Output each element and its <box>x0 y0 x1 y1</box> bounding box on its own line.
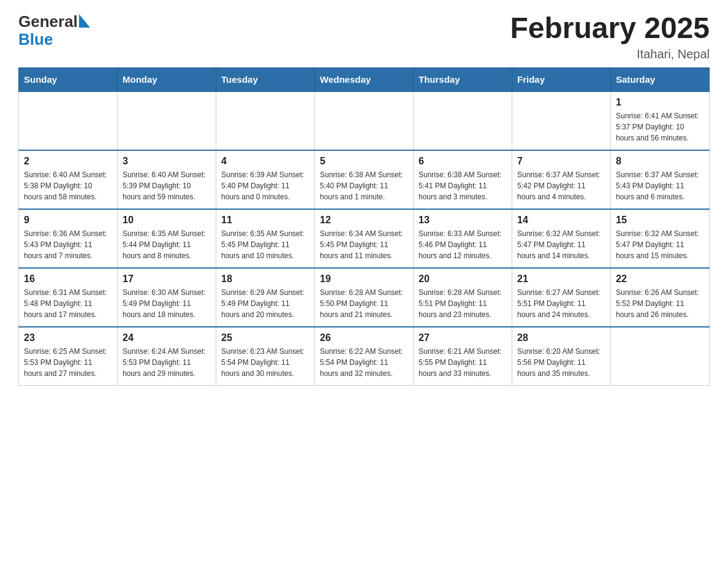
day-info: Sunrise: 6:35 AM Sunset: 5:44 PM Dayligh… <box>123 228 211 261</box>
day-info: Sunrise: 6:29 AM Sunset: 5:49 PM Dayligh… <box>221 287 309 320</box>
day-number: 8 <box>616 156 704 167</box>
calendar-cell: 26Sunrise: 6:22 AM Sunset: 5:54 PM Dayli… <box>315 327 414 386</box>
day-info: Sunrise: 6:33 AM Sunset: 5:46 PM Dayligh… <box>419 228 507 261</box>
calendar-cell: 7Sunrise: 6:37 AM Sunset: 5:42 PM Daylig… <box>512 150 611 209</box>
day-info: Sunrise: 6:38 AM Sunset: 5:40 PM Dayligh… <box>320 169 408 202</box>
calendar-cell: 11Sunrise: 6:35 AM Sunset: 5:45 PM Dayli… <box>216 209 315 268</box>
day-of-week-header: Wednesday <box>315 67 414 91</box>
day-number: 24 <box>123 332 211 343</box>
calendar-week-row: 9Sunrise: 6:36 AM Sunset: 5:43 PM Daylig… <box>19 209 710 268</box>
logo-text-general: General <box>18 12 78 31</box>
calendar-cell: 12Sunrise: 6:34 AM Sunset: 5:45 PM Dayli… <box>315 209 414 268</box>
calendar-cell: 5Sunrise: 6:38 AM Sunset: 5:40 PM Daylig… <box>315 150 414 209</box>
calendar-cell <box>611 327 710 386</box>
day-of-week-header: Friday <box>512 67 611 91</box>
day-number: 28 <box>517 332 605 343</box>
day-number: 13 <box>419 215 507 226</box>
day-of-week-header: Thursday <box>414 67 512 91</box>
calendar-week-row: 1Sunrise: 6:41 AM Sunset: 5:37 PM Daylig… <box>19 91 710 150</box>
day-info: Sunrise: 6:37 AM Sunset: 5:43 PM Dayligh… <box>616 169 704 202</box>
calendar-cell <box>414 91 512 150</box>
calendar-cell: 18Sunrise: 6:29 AM Sunset: 5:49 PM Dayli… <box>216 268 315 327</box>
day-info: Sunrise: 6:38 AM Sunset: 5:41 PM Dayligh… <box>419 169 507 202</box>
calendar-cell: 23Sunrise: 6:25 AM Sunset: 5:53 PM Dayli… <box>19 327 118 386</box>
day-number: 20 <box>419 274 507 285</box>
calendar-cell: 15Sunrise: 6:32 AM Sunset: 5:47 PM Dayli… <box>611 209 710 268</box>
calendar-cell: 25Sunrise: 6:23 AM Sunset: 5:54 PM Dayli… <box>216 327 315 386</box>
calendar-week-row: 2Sunrise: 6:40 AM Sunset: 5:38 PM Daylig… <box>19 150 710 209</box>
calendar-cell: 1Sunrise: 6:41 AM Sunset: 5:37 PM Daylig… <box>611 91 710 150</box>
calendar-cell <box>216 91 315 150</box>
calendar-cell: 28Sunrise: 6:20 AM Sunset: 5:56 PM Dayli… <box>512 327 611 386</box>
calendar-cell: 14Sunrise: 6:32 AM Sunset: 5:47 PM Dayli… <box>512 209 611 268</box>
calendar-subtitle: Itahari, Nepal <box>510 47 710 61</box>
day-info: Sunrise: 6:30 AM Sunset: 5:49 PM Dayligh… <box>123 287 211 320</box>
calendar-cell <box>315 91 414 150</box>
day-info: Sunrise: 6:36 AM Sunset: 5:43 PM Dayligh… <box>24 228 112 261</box>
calendar-header-row: SundayMondayTuesdayWednesdayThursdayFrid… <box>19 67 710 91</box>
logo: General Blue <box>18 12 90 49</box>
calendar-cell: 17Sunrise: 6:30 AM Sunset: 5:49 PM Dayli… <box>118 268 216 327</box>
day-number: 7 <box>517 156 605 167</box>
day-number: 18 <box>221 274 309 285</box>
day-info: Sunrise: 6:41 AM Sunset: 5:37 PM Dayligh… <box>616 110 704 144</box>
calendar-cell: 13Sunrise: 6:33 AM Sunset: 5:46 PM Dayli… <box>414 209 512 268</box>
calendar-week-row: 23Sunrise: 6:25 AM Sunset: 5:53 PM Dayli… <box>19 327 710 386</box>
day-of-week-header: Monday <box>118 67 216 91</box>
day-info: Sunrise: 6:21 AM Sunset: 5:55 PM Dayligh… <box>419 346 507 379</box>
day-number: 15 <box>616 215 704 226</box>
svg-marker-0 <box>79 14 90 28</box>
day-info: Sunrise: 6:34 AM Sunset: 5:45 PM Dayligh… <box>320 228 408 261</box>
day-info: Sunrise: 6:31 AM Sunset: 5:48 PM Dayligh… <box>24 287 112 320</box>
day-info: Sunrise: 6:40 AM Sunset: 5:39 PM Dayligh… <box>123 169 211 202</box>
calendar-cell <box>118 91 216 150</box>
day-info: Sunrise: 6:25 AM Sunset: 5:53 PM Dayligh… <box>24 346 112 379</box>
calendar-cell: 6Sunrise: 6:38 AM Sunset: 5:41 PM Daylig… <box>414 150 512 209</box>
day-info: Sunrise: 6:28 AM Sunset: 5:51 PM Dayligh… <box>419 287 507 320</box>
calendar-cell: 2Sunrise: 6:40 AM Sunset: 5:38 PM Daylig… <box>19 150 118 209</box>
day-number: 5 <box>320 156 408 167</box>
day-number: 14 <box>517 215 605 226</box>
day-number: 11 <box>221 215 309 226</box>
day-info: Sunrise: 6:37 AM Sunset: 5:42 PM Dayligh… <box>517 169 605 202</box>
page-header: General Blue February 2025 Itahari, Nepa… <box>18 12 710 61</box>
calendar-title: February 2025 <box>510 12 710 45</box>
day-number: 21 <box>517 274 605 285</box>
day-number: 4 <box>221 156 309 167</box>
day-number: 9 <box>24 215 112 226</box>
day-of-week-header: Sunday <box>19 67 118 91</box>
calendar-cell: 24Sunrise: 6:24 AM Sunset: 5:53 PM Dayli… <box>118 327 216 386</box>
day-info: Sunrise: 6:35 AM Sunset: 5:45 PM Dayligh… <box>221 228 309 261</box>
day-info: Sunrise: 6:32 AM Sunset: 5:47 PM Dayligh… <box>616 228 704 261</box>
day-number: 22 <box>616 274 704 285</box>
calendar-week-row: 16Sunrise: 6:31 AM Sunset: 5:48 PM Dayli… <box>19 268 710 327</box>
day-number: 19 <box>320 274 408 285</box>
day-info: Sunrise: 6:22 AM Sunset: 5:54 PM Dayligh… <box>320 346 408 379</box>
day-number: 17 <box>123 274 211 285</box>
day-info: Sunrise: 6:28 AM Sunset: 5:50 PM Dayligh… <box>320 287 408 320</box>
calendar-cell: 27Sunrise: 6:21 AM Sunset: 5:55 PM Dayli… <box>414 327 512 386</box>
day-info: Sunrise: 6:39 AM Sunset: 5:40 PM Dayligh… <box>221 169 309 202</box>
day-number: 23 <box>24 332 112 343</box>
calendar-cell: 19Sunrise: 6:28 AM Sunset: 5:50 PM Dayli… <box>315 268 414 327</box>
day-number: 25 <box>221 332 309 343</box>
day-of-week-header: Tuesday <box>216 67 315 91</box>
calendar-cell: 3Sunrise: 6:40 AM Sunset: 5:39 PM Daylig… <box>118 150 216 209</box>
calendar-cell: 10Sunrise: 6:35 AM Sunset: 5:44 PM Dayli… <box>118 209 216 268</box>
day-info: Sunrise: 6:32 AM Sunset: 5:47 PM Dayligh… <box>517 228 605 261</box>
calendar-cell <box>19 91 118 150</box>
day-info: Sunrise: 6:23 AM Sunset: 5:54 PM Dayligh… <box>221 346 309 379</box>
day-number: 12 <box>320 215 408 226</box>
day-number: 1 <box>616 97 704 108</box>
calendar-cell: 22Sunrise: 6:26 AM Sunset: 5:52 PM Dayli… <box>611 268 710 327</box>
title-block: February 2025 Itahari, Nepal <box>510 12 710 61</box>
calendar-cell: 16Sunrise: 6:31 AM Sunset: 5:48 PM Dayli… <box>19 268 118 327</box>
day-info: Sunrise: 6:27 AM Sunset: 5:51 PM Dayligh… <box>517 287 605 320</box>
day-number: 6 <box>419 156 507 167</box>
calendar-cell: 8Sunrise: 6:37 AM Sunset: 5:43 PM Daylig… <box>611 150 710 209</box>
day-info: Sunrise: 6:20 AM Sunset: 5:56 PM Dayligh… <box>517 346 605 379</box>
calendar-cell <box>512 91 611 150</box>
day-info: Sunrise: 6:40 AM Sunset: 5:38 PM Dayligh… <box>24 169 112 202</box>
calendar-cell: 4Sunrise: 6:39 AM Sunset: 5:40 PM Daylig… <box>216 150 315 209</box>
day-number: 16 <box>24 274 112 285</box>
